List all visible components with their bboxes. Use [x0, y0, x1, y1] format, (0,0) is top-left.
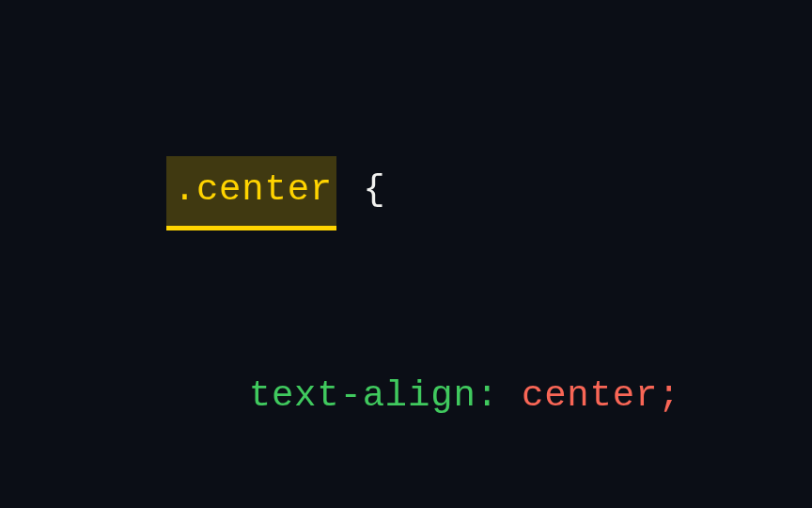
code-line-1: .center { — [75, 90, 812, 297]
code-block: .center { text-align: center; color: bla… — [0, 0, 812, 508]
css-selector-highlighted: .center — [166, 156, 336, 230]
semicolon: ; — [658, 375, 680, 417]
open-brace: { — [363, 169, 385, 211]
code-line-3: color: black; — [75, 495, 812, 508]
colon: : — [476, 375, 499, 417]
css-value: center — [522, 375, 658, 417]
code-line-2: text-align: center; — [75, 297, 812, 496]
css-property: text-align — [249, 375, 476, 417]
